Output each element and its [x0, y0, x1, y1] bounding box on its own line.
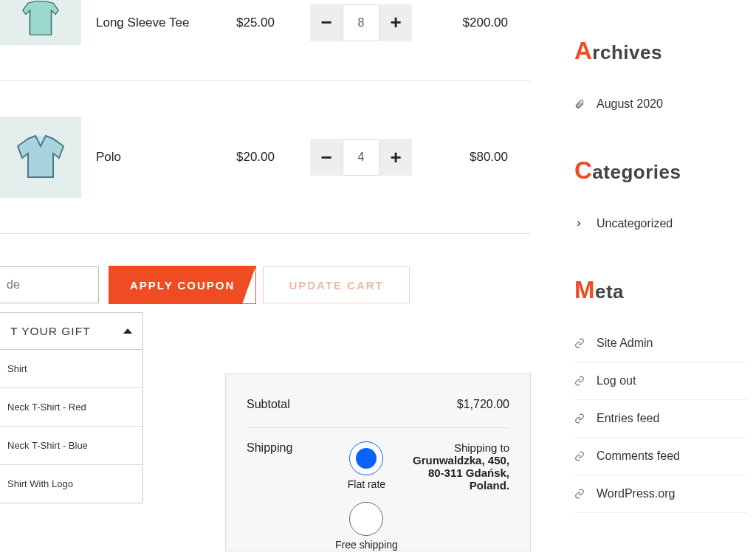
qty-minus-button[interactable]: − — [310, 139, 343, 176]
cart-row: Long Sleeve Tee $25.00 − + $200.00 — [0, 0, 530, 81]
sidebar-title-meta: Meta — [574, 276, 748, 304]
qty-plus-button[interactable]: + — [379, 139, 412, 176]
product-name[interactable]: Long Sleeve Tee — [96, 16, 236, 30]
quantity-stepper: − + — [310, 139, 443, 176]
archive-link[interactable]: August 2020 — [574, 86, 748, 123]
sidebar-meta: Meta Site Admin Log out Entries feed Com… — [574, 276, 748, 513]
cart-totals: Subtotal $1,720.00 Shipping Flat rate Fr… — [225, 373, 531, 551]
apply-coupon-button[interactable]: APPLY COUPON — [109, 266, 255, 303]
product-thumbnail[interactable] — [0, 117, 81, 198]
link-icon — [574, 489, 586, 499]
gift-option[interactable]: Shirt With Logo — [0, 465, 142, 503]
paperclip-icon — [574, 99, 586, 109]
sidebar-archives: Archives August 2020 — [574, 37, 748, 123]
meta-link-comments-feed[interactable]: Comments feed — [574, 438, 748, 475]
sidebar-title-archives: Archives — [574, 37, 748, 65]
shipping-label: Shipping — [247, 441, 335, 455]
meta-link-entries-feed[interactable]: Entries feed — [574, 400, 748, 438]
product-thumbnail[interactable] — [0, 0, 81, 45]
unit-price: $20.00 — [236, 150, 310, 165]
product-name[interactable]: Polo — [96, 150, 236, 165]
line-total: $80.00 — [443, 150, 530, 165]
gift-dropdown[interactable]: T YOUR GIFT Shirt Neck T-Shirt - Red Nec… — [0, 312, 143, 503]
shipping-option-label: Flat rate — [348, 478, 385, 490]
caret-up-icon — [123, 328, 132, 334]
unit-price: $25.00 — [236, 16, 310, 30]
meta-link-site-admin[interactable]: Site Admin — [574, 325, 748, 362]
shipping-radio-flat-rate[interactable] — [349, 441, 383, 475]
shipping-radio-free[interactable] — [349, 502, 383, 536]
subtotal-label: Subtotal — [247, 398, 335, 411]
shipping-option-label: Free shipping — [335, 539, 398, 551]
gift-option[interactable]: Neck T-Shirt - Red — [0, 388, 142, 427]
meta-link-logout[interactable]: Log out — [574, 362, 748, 400]
gift-option[interactable]: Shirt — [0, 350, 142, 388]
link-icon — [574, 451, 586, 461]
chevron-right-icon — [574, 219, 586, 228]
gift-dropdown-label: T YOUR GIFT — [10, 325, 91, 338]
update-cart-button[interactable]: UPDATE CART — [263, 266, 409, 303]
gift-option[interactable]: Neck T-Shirt - Blue — [0, 427, 142, 465]
qty-input[interactable] — [343, 139, 379, 176]
line-total: $200.00 — [443, 16, 530, 30]
coupon-input[interactable] — [0, 266, 99, 303]
subtotal-value: $1,720.00 — [335, 398, 509, 411]
link-icon — [574, 376, 586, 386]
quantity-stepper: − + — [310, 4, 443, 41]
qty-input[interactable] — [343, 4, 379, 41]
shipping-address: Grunwaldzka, 450, 80-311 Gdańsk, Poland. — [413, 454, 509, 492]
qty-minus-button[interactable]: − — [310, 4, 343, 41]
meta-link-wordpress[interactable]: WordPress.org — [574, 475, 748, 513]
category-link[interactable]: Uncategorized — [574, 205, 748, 242]
sidebar-categories: Categories Uncategorized — [574, 156, 748, 242]
link-icon — [574, 413, 586, 424]
qty-plus-button[interactable]: + — [379, 4, 412, 41]
cart-actions: APPLY COUPON UPDATE CART — [0, 234, 530, 303]
link-icon — [574, 338, 586, 348]
sidebar-title-categories: Categories — [574, 156, 748, 185]
gift-dropdown-header[interactable]: T YOUR GIFT — [0, 313, 142, 350]
shipping-to-label: Shipping to — [413, 441, 509, 454]
cart-row: Polo $20.00 − + $80.00 — [0, 81, 530, 234]
